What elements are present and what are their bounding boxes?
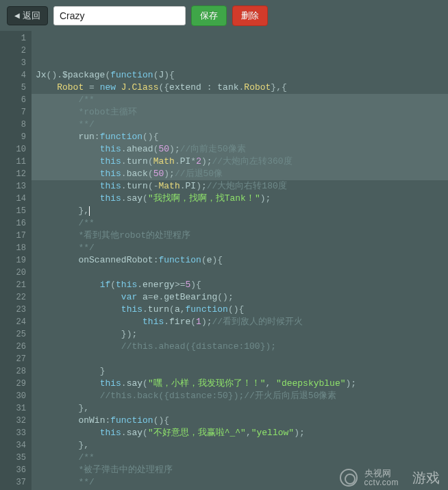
line-number: 23 [0, 304, 26, 316]
line-number: 14 [0, 193, 26, 205]
code-line[interactable]: this.ahead(50);//向前走50像素 [36, 143, 448, 156]
line-number: 11 [0, 156, 26, 168]
line-number: 2 [0, 45, 26, 57]
line-number: 24 [0, 316, 26, 328]
code-line[interactable]: } [36, 365, 448, 378]
code-line[interactable]: this.back(50);//后退50像 [36, 168, 448, 180]
line-number: 3 [0, 57, 26, 69]
line-number: 22 [0, 291, 26, 304]
code-line[interactable]: Robot = new J.Class({extend : tank.Robot… [36, 82, 448, 94]
code-area[interactable]: Jx().$package(function(J){ Robot = new J… [32, 31, 448, 490]
line-number: 27 [0, 353, 26, 365]
delete-button[interactable]: 删除 [232, 5, 268, 26]
save-button[interactable]: 保存 [191, 5, 227, 26]
code-line[interactable]: /** [36, 452, 448, 464]
code-line[interactable]: onScannedRobot:function(e){ [36, 254, 448, 267]
code-line[interactable]: **/ [36, 242, 448, 254]
line-number: 13 [0, 180, 26, 193]
watermark-line2: cctv.com [364, 478, 399, 487]
code-line[interactable]: }); [36, 328, 448, 341]
code-line[interactable]: this.turn(Math.PI*2);//大炮向左转360度 [36, 156, 448, 168]
line-number: 25 [0, 328, 26, 341]
code-line[interactable]: onWin:function(){ [36, 415, 448, 427]
code-line[interactable]: this.turn(a,function(){ [36, 304, 448, 316]
code-line[interactable]: this.say("我找啊，找啊，找Tank！"); [36, 193, 448, 205]
line-number: 5 [0, 82, 26, 94]
code-line[interactable]: var a=e.getBearing(); [36, 291, 448, 304]
line-number: 21 [0, 279, 26, 291]
code-line[interactable]: **/ [36, 119, 448, 131]
code-editor[interactable]: 1234567891011121314151617181920212223242… [0, 31, 448, 490]
code-line[interactable] [36, 353, 448, 365]
line-number: 36 [0, 464, 26, 476]
code-line[interactable]: *看到其他robot的处理程序 [36, 230, 448, 242]
line-number: 8 [0, 119, 26, 131]
line-number: 30 [0, 390, 26, 402]
line-number: 4 [0, 69, 26, 82]
code-line[interactable]: Jx().$package(function(J){ [36, 69, 448, 82]
line-number: 32 [0, 415, 26, 427]
code-line[interactable]: //this.back({distance:50});//开火后向后退50像素 [36, 390, 448, 402]
code-line[interactable]: if(this.energy>=5){ [36, 279, 448, 291]
code-line[interactable]: /** [36, 217, 448, 230]
code-line[interactable]: }, [36, 205, 448, 217]
line-number: 33 [0, 427, 26, 439]
line-number: 17 [0, 230, 26, 242]
code-line[interactable]: this.fire(1);//看到敌人的时候开火 [36, 316, 448, 328]
toolbar: ◀ 返回 保存 删除 [0, 0, 448, 31]
line-number: 31 [0, 402, 26, 415]
line-number: 16 [0, 217, 26, 230]
code-line[interactable]: this.say("嘿，小样，我发现你了！！", "deepskyblue"); [36, 378, 448, 390]
line-number: 1 [0, 32, 26, 45]
watermark-game: 游戏 [412, 469, 440, 487]
line-number: 20 [0, 267, 26, 279]
code-line[interactable]: //this.ahead({distance:100}); [36, 341, 448, 353]
code-line[interactable] [36, 267, 448, 279]
code-line[interactable]: this.turn(-Math.PI);//大炮向右转180度 [36, 180, 448, 193]
code-line[interactable]: /** [36, 94, 448, 106]
line-number: 35 [0, 452, 26, 464]
watermark-line1: 央视网 [364, 469, 399, 478]
line-gutter: 1234567891011121314151617181920212223242… [0, 31, 32, 490]
line-number: 7 [0, 106, 26, 119]
code-line[interactable]: *robot主循环 [36, 106, 448, 119]
line-number: 6 [0, 94, 26, 106]
filename-input[interactable] [53, 6, 186, 25]
cctv-logo-icon [340, 469, 358, 487]
line-number: 37 [0, 476, 26, 489]
back-label: 返回 [23, 10, 40, 22]
line-number: 34 [0, 439, 26, 452]
line-number: 15 [0, 205, 26, 217]
code-line[interactable]: this.say("不好意思，我赢啦^_^","yellow"); [36, 427, 448, 439]
line-number: 19 [0, 254, 26, 267]
line-number: 18 [0, 242, 26, 254]
back-button[interactable]: ◀ 返回 [7, 6, 48, 25]
code-line[interactable]: }, [36, 439, 448, 452]
line-number: 9 [0, 131, 26, 143]
chevron-left-icon: ◀ [14, 12, 20, 19]
line-number: 28 [0, 365, 26, 378]
line-number: 12 [0, 168, 26, 180]
watermark: 央视网 cctv.com 游戏 [340, 469, 440, 487]
line-number: 26 [0, 341, 26, 353]
line-number: 10 [0, 143, 26, 156]
code-line[interactable]: run:function(){ [36, 131, 448, 143]
line-number: 29 [0, 378, 26, 390]
code-line[interactable]: }, [36, 402, 448, 415]
